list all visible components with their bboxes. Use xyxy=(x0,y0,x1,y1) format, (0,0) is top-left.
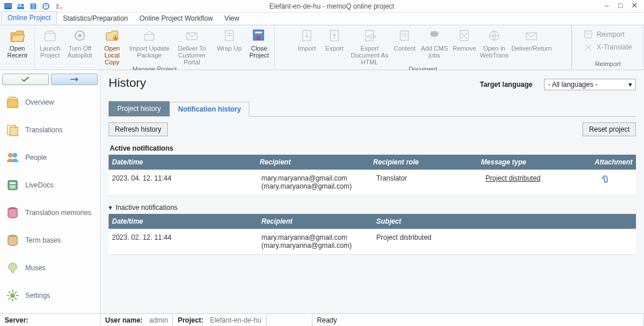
svg-rect-15 xyxy=(255,32,262,33)
sidebar-item-termbases[interactable]: Term bases xyxy=(0,227,100,254)
open-local-copy-button[interactable]: Open Local Copy xyxy=(97,26,127,66)
status-server-label: Server: xyxy=(5,316,28,324)
open-recent-icon xyxy=(9,28,25,44)
target-language-select[interactable]: - All languages - ▾ xyxy=(544,79,636,90)
status-user-value: admin xyxy=(149,316,168,324)
add-cms-jobs-button[interactable]: Add CMS jobs xyxy=(419,26,449,59)
sidebar-item-tm[interactable]: Translation memories xyxy=(0,199,100,227)
sidebar-item-settings[interactable]: Settings xyxy=(0,282,100,309)
active-notifications-title: Active notifications xyxy=(110,144,636,152)
translations-icon xyxy=(5,122,21,138)
people-icon xyxy=(5,149,21,166)
wrap-up-button[interactable]: Wrap Up xyxy=(214,26,244,52)
status-user-label: User name: xyxy=(105,316,142,324)
status-ready: Ready xyxy=(317,316,337,324)
qat-icon-4[interactable] xyxy=(41,2,51,11)
tab-notification-history[interactable]: Notification history xyxy=(169,102,249,117)
qat-icon-5[interactable] xyxy=(54,2,63,11)
reimport-button[interactable]: Reimport xyxy=(580,29,635,40)
ribbon-tab-statistics[interactable]: Statistics/Preparation xyxy=(57,12,133,25)
svg-point-29 xyxy=(13,153,17,158)
import-button[interactable]: Import xyxy=(294,26,319,52)
close-project-button[interactable]: Close Project xyxy=(246,26,272,59)
inactive-notifications-toggle[interactable]: ▾ Inactive notifications xyxy=(109,204,636,212)
livedocs-icon xyxy=(5,177,21,193)
group-label-reimport: Reimport xyxy=(595,60,621,68)
minimize-button[interactable]: – xyxy=(603,2,611,10)
turn-off-autopilot-button[interactable]: Turn Off Autopilot xyxy=(65,26,95,59)
window-title: Elefánt-en-de-hu - memoQ online project xyxy=(67,2,597,10)
svg-point-7 xyxy=(56,3,59,6)
inactive-grid-row[interactable]: 2023. 02. 12. 11:44 mary.maryanna@gmail.… xyxy=(109,229,636,255)
content-button[interactable]: Content xyxy=(392,26,417,52)
settings-icon xyxy=(5,287,21,304)
muses-icon xyxy=(5,260,21,276)
sidebar-item-muses[interactable]: Muses xyxy=(0,254,100,282)
page-title: History xyxy=(109,76,146,90)
reset-project-button[interactable]: Reset project xyxy=(583,122,636,136)
svg-rect-32 xyxy=(10,185,16,189)
deliver-to-customer-button[interactable]: Deliver To Customer Portal xyxy=(172,26,212,66)
ribbon-tab-workflow[interactable]: Online Project Workflow xyxy=(134,12,219,25)
svg-point-3 xyxy=(21,3,24,6)
message-type-link[interactable]: Project distributed xyxy=(485,174,541,182)
qat-icon-1[interactable] xyxy=(3,2,13,11)
svg-rect-11 xyxy=(145,34,154,40)
collapse-icon: ▾ xyxy=(109,204,112,212)
svg-rect-20 xyxy=(400,31,408,40)
active-grid-header: Date/time Recipient Recipient role Messa… xyxy=(109,155,636,170)
svg-rect-1 xyxy=(5,8,11,9)
svg-rect-25 xyxy=(7,99,18,108)
maximize-button[interactable]: □ xyxy=(616,2,624,10)
svg-point-2 xyxy=(18,3,21,6)
svg-rect-27 xyxy=(10,127,18,136)
chevron-down-icon: ▾ xyxy=(628,80,632,89)
sidebar-item-people[interactable]: People xyxy=(0,144,100,171)
export-doc-html-button[interactable]: </>Export Document As HTML xyxy=(349,26,390,66)
sidebar-item-translations[interactable]: Translations xyxy=(0,116,100,144)
launch-project-button[interactable]: Launch Project xyxy=(37,26,63,59)
refresh-history-button[interactable]: Refresh history xyxy=(109,122,168,136)
x-translate-button[interactable]: X-Translate xyxy=(580,41,635,53)
svg-point-8 xyxy=(60,7,62,9)
svg-point-28 xyxy=(8,153,13,158)
tm-icon xyxy=(5,205,21,221)
active-grid-row[interactable]: 2023. 04. 12. 11:44 mary.maryanna@gmail.… xyxy=(109,170,636,195)
termbases-icon xyxy=(5,232,21,248)
svg-point-10 xyxy=(78,34,82,37)
status-project-value: Elefánt-en-de-hu xyxy=(210,316,261,324)
target-lang-label: Target language xyxy=(480,80,533,89)
import-update-package-button[interactable]: Import Update Package xyxy=(129,26,169,59)
inactive-grid-header: Date/time Recipient Subject xyxy=(109,214,636,229)
overview-icon xyxy=(5,94,21,110)
ribbon-tab-view[interactable]: View xyxy=(219,12,245,25)
close-window-button[interactable]: ✕ xyxy=(630,2,638,10)
open-in-webtrans-button[interactable]: Open in WebTrans xyxy=(479,26,509,59)
svg-point-35 xyxy=(10,293,15,298)
status-project-label: Project: xyxy=(178,316,203,324)
qat-icon-3[interactable] xyxy=(29,2,38,11)
deliver-return-button[interactable]: Deliver/Return xyxy=(511,26,552,52)
sidebar-item-livedocs[interactable]: LiveDocs xyxy=(0,171,100,199)
sidebar-action-sync[interactable] xyxy=(51,74,98,85)
attachment-icon[interactable] xyxy=(600,174,633,183)
ribbon-tab-online-project[interactable]: Online Project xyxy=(1,11,57,25)
svg-rect-0 xyxy=(5,3,11,8)
export-button[interactable]: Export xyxy=(322,26,347,52)
sidebar-item-overview[interactable]: Overview xyxy=(0,89,100,116)
remove-button[interactable]: Remove xyxy=(452,26,477,52)
svg-text:</>: </> xyxy=(367,33,376,41)
open-recent-button[interactable]: Open Recent xyxy=(2,26,32,59)
sidebar-action-apply[interactable] xyxy=(2,74,49,85)
qat-icon-2[interactable] xyxy=(16,2,25,11)
tab-project-history[interactable]: Project history xyxy=(109,101,169,116)
svg-rect-4 xyxy=(17,7,24,9)
svg-rect-31 xyxy=(10,182,16,184)
